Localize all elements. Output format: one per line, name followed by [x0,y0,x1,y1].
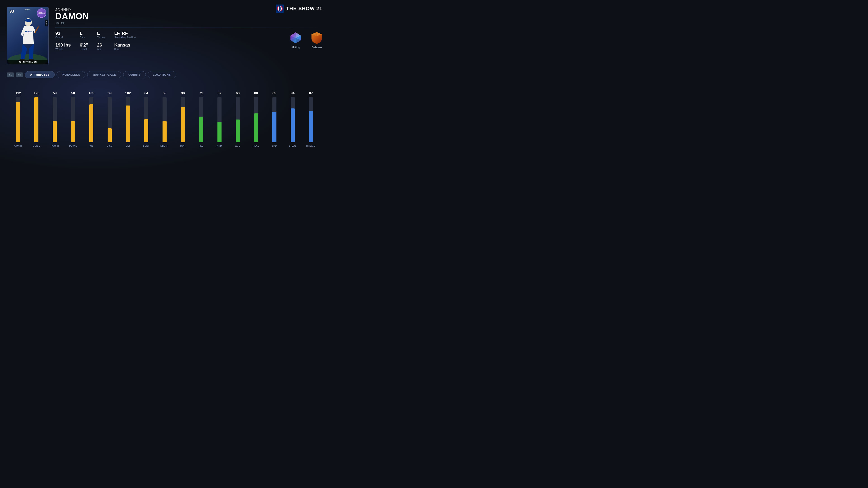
attr-bunt: 64 BUNT [137,91,156,147]
attr-label-con-l: CON L [33,144,40,147]
bar-fill-bunt [144,119,148,142]
attr-value-vis: 105 [89,91,94,95]
bar-fill-pow-l [71,121,75,142]
divider [55,28,322,28]
player-card: Royals TOPPS 93 [7,7,49,64]
stat-throws: L Throws [97,31,105,39]
attr-dur: 98 DUR [174,91,192,147]
bar-fill-reac [254,113,258,142]
ability-hitting: Hitting [289,32,302,49]
attr-label-bunt: BUNT [143,144,150,147]
bar-track-pow-r [53,97,57,142]
tab-attributes[interactable]: ATTRIBUTES [25,71,55,78]
stat-secondary-position: LF, RF Secondary Position [114,31,135,39]
bar-track-disc [107,97,112,142]
card-name-banner: JOHNNY DAMON [7,60,48,64]
attr-disc: 39 DISC [101,91,119,147]
bar-track-dur [181,97,185,142]
attr-label-reac: REAC [253,144,259,147]
attr-value-con-r: 112 [16,91,21,95]
mlb-logo-icon [276,4,284,13]
attr-label-vis: VIS [90,144,93,147]
tab-navigation: L1 R1 ATTRIBUTES PARALLELS MARKETPLACE Q… [7,71,322,78]
bar-track-dbunt [162,97,166,142]
bar-fill-dbunt [162,121,166,142]
player-info: JOHNNY DAMON 18 | CF 93 Overall L Bats L [55,7,322,51]
bar-track-br-agg [309,97,313,142]
attr-arm: 57 ARM [210,91,228,147]
hitting-gem-icon [289,32,302,44]
bar-fill-disc [107,128,112,142]
attr-con-l: 125 CON L [27,91,46,147]
bar-track-spd [272,97,276,142]
attr-acc: 63 ACC [228,91,247,147]
attr-value-con-l: 125 [34,91,39,95]
attr-label-spd: SPD [272,144,277,147]
attr-value-spd: 85 [272,91,276,95]
game-title: THE SHOW 21 [286,6,322,11]
attr-value-dbunt: 59 [163,91,166,95]
attr-value-dur: 98 [181,91,185,95]
bar-fill-pow-r [53,121,57,142]
attr-br-agg: 87 BR AGG [302,91,320,147]
attr-value-disc: 39 [108,91,112,95]
bar-fill-con-r [16,102,20,142]
attr-value-pow-l: 58 [71,91,75,95]
attr-dbunt: 59 DBUNT [156,91,174,147]
attributes-container: 112 CON R 125 CON L 59 POW R 58 POW L 10… [7,84,322,147]
bar-track-vis [89,97,93,142]
bar-fill-arm [217,122,221,142]
attr-value-clt: 102 [125,91,131,95]
bar-track-con-l [34,97,38,142]
bar-track-steal [291,97,295,142]
attr-pow-l: 58 POW L [64,91,82,147]
attr-fld: 71 FLD [192,91,210,147]
attr-value-br-agg: 87 [309,91,313,95]
bar-track-bunt [144,97,148,142]
tab-l1[interactable]: L1 [7,72,14,77]
tab-r1[interactable]: R1 [16,72,23,77]
attr-con-r: 112 CON R [9,91,27,147]
svg-point-3 [279,6,281,11]
tab-marketplace[interactable]: MARKETPLACE [87,71,121,78]
player-meta: 18 | CF [55,22,322,25]
bar-fill-con-l [34,97,38,142]
attr-value-reac: 80 [254,91,258,95]
attr-label-dbunt: DBUNT [160,144,169,147]
attr-clt: 102 CLT [119,91,137,147]
bar-fill-br-agg [309,111,313,142]
bar-track-fld [199,97,203,142]
bar-fill-acc [236,120,240,142]
tab-parallels[interactable]: PARALLELS [57,71,86,78]
bar-fill-fld [199,117,203,142]
attr-label-arm: ARM [217,144,222,147]
attr-label-clt: CLT [126,144,130,147]
attr-label-con-r: CON R [14,144,22,147]
attr-label-steal: STEAL [289,144,296,147]
tab-locations[interactable]: LOCATIONS [148,71,176,78]
hitting-label: Hitting [292,46,300,49]
attr-label-dur: DUR [180,144,186,147]
attr-label-pow-l: POW L [69,144,77,147]
player-last-name: DAMON [55,12,322,21]
tab-quirks[interactable]: QUIRKS [123,71,146,78]
card-year: 2000 [45,20,48,26]
defense-label: Defense [312,46,322,49]
stat-bats: L Bats [80,31,88,39]
attr-label-fld: FLD [199,144,204,147]
bar-track-clt [126,97,130,142]
bar-fill-clt [126,105,130,142]
attr-label-acc: ACC [235,144,240,147]
bar-track-pow-l [71,97,75,142]
attr-spd: 85 SPD [265,91,283,147]
player-section: Royals TOPPS 93 [7,7,322,64]
attr-value-arm: 57 [217,91,221,95]
attr-value-acc: 63 [236,91,240,95]
attr-value-bunt: 64 [145,91,148,95]
bar-track-reac [254,97,258,142]
stat-born: Kansas Born [114,43,135,51]
ability-icons: Hitting Defense [289,32,322,49]
bar-fill-steal [291,108,295,142]
attr-label-pow-r: POW R [51,144,59,147]
attr-vis: 105 VIS [82,91,101,147]
